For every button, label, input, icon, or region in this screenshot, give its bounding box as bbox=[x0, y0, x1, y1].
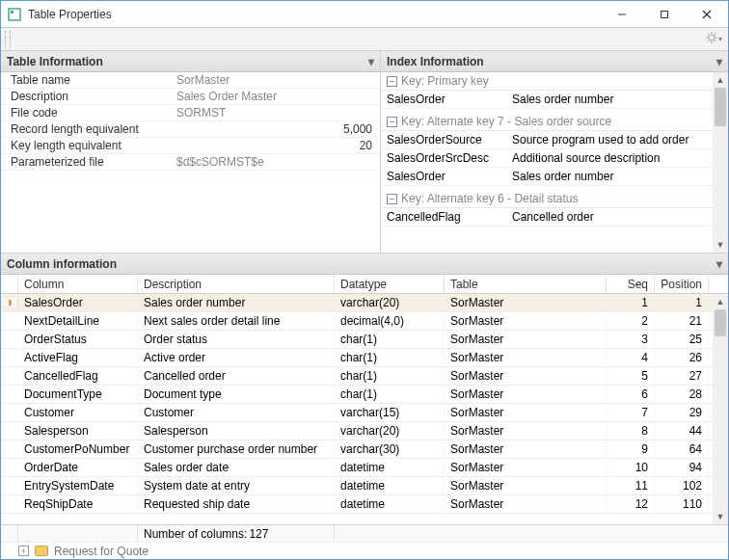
col-header-position[interactable]: Position bbox=[655, 275, 709, 293]
index-row[interactable]: SalesOrderSourceSource program used to a… bbox=[381, 131, 713, 149]
scroll-down-icon[interactable]: ▼ bbox=[713, 237, 728, 253]
table-row[interactable]: CustomerPoNumberCustomer purchase order … bbox=[1, 440, 713, 459]
chevron-down-icon: ▾ bbox=[718, 35, 722, 43]
svg-point-6 bbox=[709, 35, 715, 40]
table-row[interactable]: OrderDateSales order datedatetimeSorMast… bbox=[1, 459, 713, 477]
cell-table: SorMaster bbox=[445, 296, 607, 309]
col-header-description[interactable]: Description bbox=[138, 275, 335, 293]
cell-datatype: char(1) bbox=[335, 333, 445, 346]
scrollbar-vertical[interactable]: ▲ ▼ bbox=[713, 72, 728, 253]
cell-table: SorMaster bbox=[445, 424, 607, 438]
table-info-header[interactable]: Table Information ▾ bbox=[1, 51, 380, 72]
svg-line-11 bbox=[708, 34, 709, 35]
scroll-up-icon[interactable]: ▲ bbox=[713, 294, 728, 309]
cell-description: Document type bbox=[138, 387, 335, 401]
expand-icon[interactable]: + bbox=[18, 546, 29, 556]
cell-datatype: varchar(20) bbox=[335, 296, 445, 309]
close-button[interactable] bbox=[686, 1, 728, 28]
panel-title: Index Information bbox=[387, 55, 484, 68]
cell-description: Next sales order detail line bbox=[138, 314, 335, 328]
table-row[interactable]: OrderStatusOrder statuschar(1)SorMaster3… bbox=[1, 331, 713, 349]
cell-column: Customer bbox=[18, 406, 138, 419]
cell-table: SorMaster bbox=[445, 387, 607, 401]
index-row[interactable]: SalesOrderSales order number bbox=[381, 168, 713, 186]
cell-table: SorMaster bbox=[445, 369, 607, 383]
cell-datatype: char(1) bbox=[335, 387, 445, 401]
table-row[interactable]: CancelledFlagCancelled orderchar(1)SorMa… bbox=[1, 367, 713, 386]
panel-title: Column information bbox=[7, 257, 117, 271]
index-group-header[interactable]: –Key: Primary key bbox=[381, 72, 713, 91]
table-row[interactable]: EntrySystemDateSystem date at entrydatet… bbox=[1, 477, 713, 495]
maximize-button[interactable] bbox=[643, 1, 686, 28]
cell-position: 29 bbox=[655, 406, 709, 419]
column-info-header[interactable]: Column information ▾ bbox=[1, 253, 728, 275]
cell-table: SorMaster bbox=[445, 442, 607, 456]
scroll-up-icon[interactable]: ▲ bbox=[713, 72, 728, 88]
footer-count-label: Number of columns: bbox=[144, 527, 247, 541]
property-row[interactable]: Table nameSorMaster bbox=[1, 72, 380, 89]
table-row[interactable]: NextDetailLineNext sales order detail li… bbox=[1, 312, 713, 331]
minimize-button[interactable] bbox=[601, 1, 643, 28]
cell-position: 27 bbox=[655, 369, 709, 383]
property-label: Record length equivalent bbox=[1, 122, 173, 136]
cell-description: Requested ship date bbox=[138, 497, 335, 511]
index-info-body: –Key: Primary keySalesOrderSales order n… bbox=[381, 72, 728, 253]
scrollbar-thumb[interactable] bbox=[715, 309, 726, 336]
toolbar-settings[interactable]: ▾ bbox=[705, 31, 722, 47]
table-row[interactable]: DocumentTypeDocument typechar(1)SorMaste… bbox=[1, 386, 713, 404]
property-row[interactable]: File codeSORMST bbox=[1, 105, 380, 121]
window-title: Table Properties bbox=[28, 8, 601, 21]
col-header-table[interactable]: Table bbox=[445, 275, 607, 293]
titlebar: Table Properties bbox=[1, 1, 728, 28]
table-row[interactable]: SalespersonSalespersonvarchar(20)SorMast… bbox=[1, 422, 713, 440]
tree-hint-label: Request for Quote bbox=[54, 545, 148, 558]
cell-position: 110 bbox=[655, 497, 709, 511]
chevron-down-icon: ▾ bbox=[716, 55, 722, 68]
property-row[interactable]: Key length equivalent20 bbox=[1, 138, 380, 154]
property-value[interactable]: 5,000 bbox=[173, 122, 380, 136]
table-info-panel: Table Information ▾ Table nameSorMasterD… bbox=[1, 51, 381, 253]
index-col-name: SalesOrder bbox=[387, 93, 512, 106]
cell-seq: 10 bbox=[607, 461, 655, 474]
cell-column: ReqShipDate bbox=[18, 497, 138, 511]
cell-description: Sales order date bbox=[138, 461, 335, 474]
collapse-icon[interactable]: – bbox=[387, 76, 397, 87]
table-row[interactable]: CustomerCustomervarchar(15)SorMaster729 bbox=[1, 404, 713, 422]
index-row[interactable]: SalesOrderSales order number bbox=[381, 91, 713, 109]
scroll-down-icon[interactable]: ▼ bbox=[713, 509, 728, 524]
cell-position: 64 bbox=[655, 442, 709, 456]
collapse-icon[interactable]: – bbox=[387, 194, 397, 204]
col-header-datatype[interactable]: Datatype bbox=[335, 275, 445, 293]
property-value[interactable]: 20 bbox=[173, 139, 380, 152]
cell-column: Salesperson bbox=[18, 424, 138, 438]
toolbar-grip[interactable] bbox=[5, 31, 11, 48]
scrollbar-vertical[interactable]: ▲ ▼ bbox=[713, 294, 728, 524]
col-header-column[interactable]: Column bbox=[18, 275, 138, 293]
cell-table: SorMaster bbox=[445, 406, 607, 419]
row-header-corner bbox=[1, 275, 18, 293]
index-group-header[interactable]: –Key: Alternate key 7 - Sales order sour… bbox=[381, 113, 713, 131]
index-row[interactable]: SalesOrderSrcDescAdditional source descr… bbox=[381, 149, 713, 168]
cell-position: 44 bbox=[655, 424, 709, 438]
index-group-header[interactable]: –Key: Alternate key 6 - Detail status bbox=[381, 190, 713, 208]
col-header-seq[interactable]: Seq bbox=[607, 275, 655, 293]
table-row[interactable]: SalesOrderSales order numbervarchar(20)S… bbox=[1, 294, 713, 312]
property-row[interactable]: DescriptionSales Order Master bbox=[1, 89, 380, 105]
cell-description: Sales order number bbox=[138, 296, 335, 309]
tree-hint: + Request for Quote bbox=[1, 542, 728, 559]
cell-datatype: char(1) bbox=[335, 369, 445, 383]
cell-seq: 1 bbox=[607, 296, 655, 309]
property-row[interactable]: Parameterized file$d$cSORMST$e bbox=[1, 154, 380, 171]
scrollbar-thumb[interactable] bbox=[715, 88, 726, 126]
index-row[interactable]: CancelledFlagCancelled order bbox=[381, 208, 713, 227]
index-info-header[interactable]: Index Information ▾ bbox=[381, 51, 728, 72]
table-row[interactable]: ReqShipDateRequested ship datedatetimeSo… bbox=[1, 495, 713, 514]
cell-seq: 5 bbox=[607, 369, 655, 383]
cell-column: CustomerPoNumber bbox=[18, 442, 138, 456]
property-row[interactable]: Record length equivalent5,000 bbox=[1, 121, 380, 138]
table-row[interactable]: ActiveFlagActive orderchar(1)SorMaster42… bbox=[1, 349, 713, 367]
index-col-desc: Sales order number bbox=[512, 93, 707, 106]
row-header bbox=[1, 298, 18, 307]
collapse-icon[interactable]: – bbox=[387, 117, 397, 127]
column-grid-body: SalesOrderSales order numbervarchar(20)S… bbox=[1, 294, 728, 524]
